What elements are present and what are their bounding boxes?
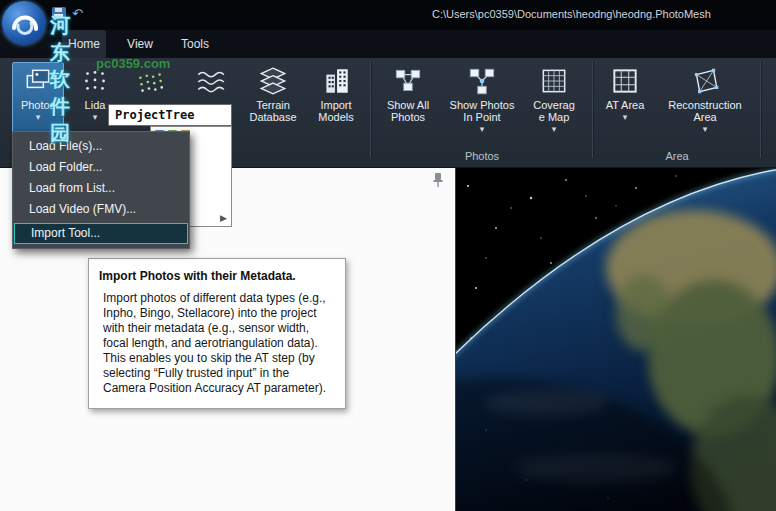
scroll-right-icon[interactable]: ▶ (220, 214, 227, 223)
window-title: C:\Users\pc0359\Documents\heodng\heodng.… (432, 8, 711, 20)
photomesh-window: ↶ C:\Users\pc0359\Documents\heodng\heodn… (0, 0, 776, 511)
ribbon-separator (592, 62, 593, 158)
chevron-down-icon: ▾ (480, 125, 485, 134)
show-all-photos-icon (392, 65, 424, 97)
menu-item-import-tool[interactable]: Import Tool... (14, 223, 188, 244)
reconstruction-area-button[interactable]: Reconstruction Area ▾ (656, 62, 754, 138)
at-area-icon (609, 65, 641, 97)
terrain-database-label: Terrain Database (244, 99, 302, 123)
tab-tools[interactable]: Tools (172, 30, 218, 58)
photos-button[interactable]: Photos ▾ (12, 62, 64, 138)
reconstruction-area-icon (689, 65, 721, 97)
chevron-down-icon: ▾ (623, 113, 628, 122)
save-icon[interactable] (52, 7, 66, 21)
import-models-button[interactable]: Import Models (308, 62, 364, 138)
ribbon-separator (370, 62, 371, 158)
waves-icon (194, 65, 226, 97)
reconstruction-area-label: Reconstruction Area (660, 99, 750, 123)
import-models-label: Import Models (312, 99, 360, 123)
globe-3d-view[interactable] (456, 168, 776, 511)
pin-icon[interactable] (431, 172, 445, 188)
water-bodies-button[interactable] (188, 62, 232, 104)
earth-globe (456, 168, 776, 511)
tooltip-title: Import Photos with their Metadata. (99, 269, 335, 283)
coverage-map-icon (538, 65, 570, 97)
at-area-button[interactable]: AT Area ▾ (600, 62, 650, 138)
menu-item-load-from-list[interactable]: Load from List... (13, 178, 189, 199)
photos-icon (22, 65, 54, 97)
import-models-icon (320, 65, 352, 97)
chevron-down-icon: ▾ (703, 125, 708, 134)
show-photos-in-point-button[interactable]: Show Photos In Point ▾ (444, 62, 520, 138)
lidar-button[interactable]: Lida ▾ (72, 62, 118, 138)
ribbon-tabs: Home View Tools (0, 30, 776, 58)
chevron-down-icon: ▾ (93, 113, 98, 122)
show-photos-in-point-icon (466, 65, 498, 97)
menu-item-load-video-fmv[interactable]: Load Video (FMV)... (13, 199, 189, 220)
lidar-label: Lida (85, 99, 106, 111)
group-label-area: Area (600, 150, 754, 164)
coverage-map-label: Coverage Map (531, 99, 577, 123)
ribbon-separator (760, 62, 761, 158)
show-photos-in-point-label: Show Photos In Point (446, 99, 518, 123)
photos-dropdown-menu: Load File(s)... Load Folder... Load from… (12, 131, 190, 249)
dots-surface-icon (134, 65, 166, 97)
tooltip-body: Import photos of different data types (e… (99, 291, 335, 396)
group-label-photos: Photos (376, 150, 588, 164)
terrain-database-button[interactable]: Terrain Database (242, 62, 304, 138)
point-cloud-button[interactable] (128, 62, 172, 104)
import-tool-tooltip: Import Photos with their Metadata. Impor… (88, 258, 346, 409)
photos-label: Photos (21, 99, 55, 111)
coverage-map-button[interactable]: Coverage Map ▾ (524, 62, 584, 138)
menu-item-load-folder[interactable]: Load Folder... (13, 157, 189, 178)
show-all-photos-label: Show All Photos (380, 99, 436, 123)
chevron-down-icon: ▾ (36, 113, 41, 122)
title-bar: ↶ C:\Users\pc0359\Documents\heodng\heodn… (0, 0, 776, 30)
project-tree-caption[interactable]: ProjectTree (108, 104, 232, 126)
undo-icon[interactable]: ↶ (72, 7, 86, 21)
terrain-database-icon (257, 65, 289, 97)
tab-home[interactable]: Home (62, 30, 106, 58)
show-all-photos-button[interactable]: Show All Photos (376, 62, 440, 138)
tab-view[interactable]: View (118, 30, 162, 58)
floppy-glyph (52, 7, 66, 21)
menu-item-load-files[interactable]: Load File(s)... (13, 136, 189, 157)
chevron-down-icon: ▾ (552, 125, 557, 134)
lidar-icon (79, 65, 111, 97)
at-area-label: AT Area (605, 99, 645, 111)
